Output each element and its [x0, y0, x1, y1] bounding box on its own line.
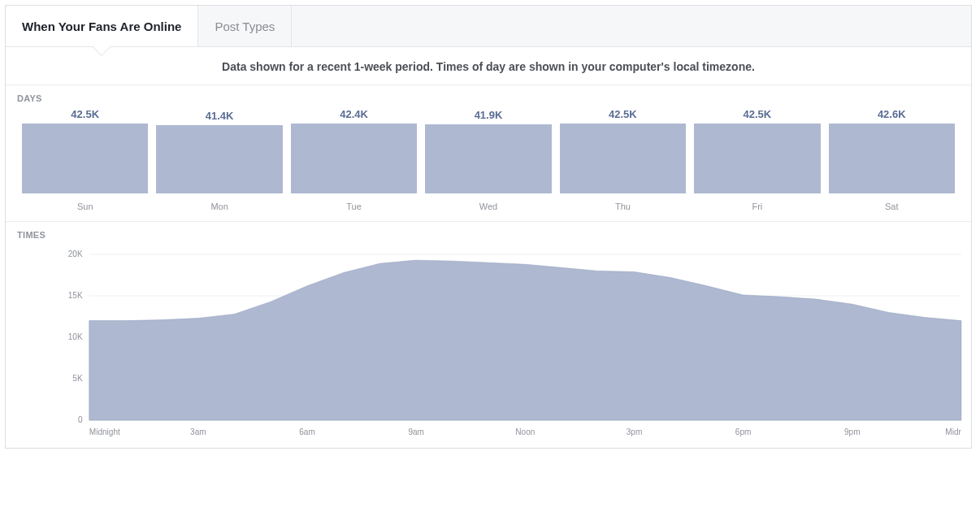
subtitle: Data shown for a recent 1-week period. T…	[6, 47, 971, 85]
times-area-chart[interactable]: 05K10K15K20KMidnight3am6am9amNoon3pm6pm9…	[17, 245, 968, 440]
svg-text:5K: 5K	[72, 374, 83, 383]
svg-text:Midnight: Midnight	[89, 427, 120, 436]
svg-text:9pm: 9pm	[844, 427, 861, 436]
day-value: 41.9K	[475, 109, 503, 121]
day-column[interactable]: 42.5KSun	[22, 108, 148, 218]
svg-text:9am: 9am	[408, 427, 424, 436]
day-label: Tue	[346, 202, 362, 211]
svg-text:0: 0	[78, 415, 83, 424]
day-column[interactable]: 42.5KFri	[694, 108, 820, 218]
tabs-row: When Your Fans Are Online Post Types	[6, 6, 971, 47]
insights-panel: When Your Fans Are Online Post Types Dat…	[5, 5, 972, 449]
tab-post-types[interactable]: Post Types	[198, 6, 292, 46]
day-value: 42.4K	[340, 108, 368, 120]
tab-label: When Your Fans Are Online	[22, 20, 181, 33]
day-bar	[560, 124, 686, 193]
day-label: Thu	[615, 202, 631, 211]
svg-text:Noon: Noon	[515, 427, 535, 436]
day-bar	[291, 124, 417, 193]
svg-text:15K: 15K	[68, 291, 83, 300]
svg-text:Midr: Midr	[945, 427, 961, 436]
day-value: 42.5K	[71, 108, 99, 120]
times-section: TIMES 05K10K15K20KMidnight3am6am9amNoon3…	[6, 222, 971, 448]
day-column[interactable]: 41.9KWed	[425, 109, 551, 218]
day-label: Sun	[77, 202, 93, 211]
times-label: TIMES	[6, 222, 971, 245]
days-section: DAYS 42.5KSun41.4KMon42.4KTue41.9KWed42.…	[6, 85, 971, 222]
svg-text:6pm: 6pm	[735, 427, 752, 436]
tab-when-fans-online[interactable]: When Your Fans Are Online	[6, 6, 198, 46]
times-area-svg: 05K10K15K20KMidnight3am6am9amNoon3pm6pm9…	[17, 245, 968, 440]
svg-text:6am: 6am	[299, 427, 315, 436]
day-value: 41.4K	[206, 110, 234, 122]
day-label: Sat	[885, 202, 899, 211]
day-label: Wed	[479, 202, 497, 211]
day-label: Fri	[752, 202, 762, 211]
day-column[interactable]: 42.6KSat	[829, 108, 955, 218]
day-bar	[829, 124, 955, 193]
svg-text:10K: 10K	[68, 332, 83, 341]
days-label: DAYS	[6, 85, 971, 108]
day-bar	[425, 124, 551, 193]
day-label: Mon	[210, 202, 228, 211]
day-column[interactable]: 42.5KThu	[560, 108, 686, 218]
day-value: 42.5K	[743, 108, 771, 120]
day-value: 42.5K	[609, 108, 637, 120]
day-bar	[694, 124, 820, 193]
days-row: 42.5KSun41.4KMon42.4KTue41.9KWed42.5KThu…	[6, 108, 971, 218]
svg-text:3am: 3am	[190, 427, 206, 436]
day-bar	[22, 124, 148, 193]
day-bar	[156, 125, 282, 193]
day-value: 42.6K	[878, 108, 906, 120]
day-column[interactable]: 42.4KTue	[291, 108, 417, 218]
day-column[interactable]: 41.4KMon	[156, 110, 282, 218]
svg-text:3pm: 3pm	[627, 427, 643, 436]
svg-text:20K: 20K	[68, 249, 83, 258]
tab-label: Post Types	[215, 20, 275, 33]
